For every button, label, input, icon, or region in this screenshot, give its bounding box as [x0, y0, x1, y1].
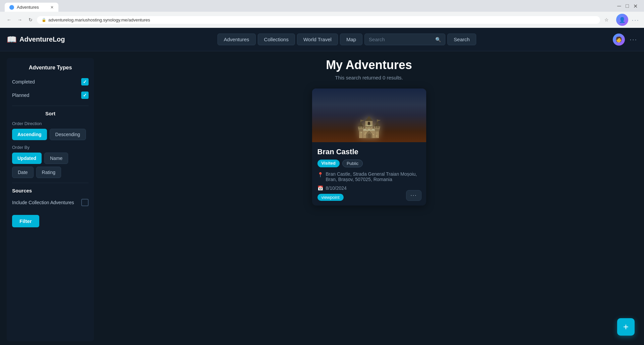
forward-button[interactable]: → [15, 15, 24, 24]
minimize-button[interactable]: ─ [616, 3, 623, 9]
card-more-button[interactable]: ··· [406, 190, 421, 201]
tag-visited: Visited [317, 160, 340, 167]
browser-profile-avatar[interactable]: 👤 [616, 14, 628, 26]
sidebar: Adventure Types Completed Planned Sort O… [7, 58, 94, 341]
sources-title: Sources [12, 188, 89, 193]
order-by-rating-button[interactable]: Rating [36, 167, 61, 178]
nav-map[interactable]: Map [340, 34, 362, 45]
include-collection-checkbox[interactable] [81, 199, 89, 206]
search-icon: 🔍 [435, 37, 441, 42]
card-date: 📅 8/10/2024 [317, 185, 421, 191]
nav-world-travel[interactable]: World Travel [297, 34, 338, 45]
header-more-button[interactable]: ··· [630, 36, 637, 43]
order-descending-button[interactable]: Descending [50, 129, 86, 140]
search-result-info: This search returned 0 results. [335, 75, 403, 80]
order-by-name-button[interactable]: Name [44, 153, 68, 164]
card-tags: Visited Public [317, 160, 421, 167]
search-input[interactable] [369, 37, 433, 42]
window-controls[interactable]: ─ □ ✕ [616, 3, 639, 9]
filter-completed: Completed [12, 76, 89, 88]
tab-close-icon[interactable]: ✕ [50, 5, 54, 10]
logo-text: AdventureLog [19, 36, 65, 43]
header-right: 🧑 ··· [613, 34, 637, 46]
order-direction-label: Order Direction [12, 121, 89, 126]
profile-area: 👤 ··· [616, 14, 639, 26]
order-ascending-button[interactable]: Ascending [12, 129, 47, 140]
logo[interactable]: 📖 AdventureLog [7, 35, 81, 44]
main-nav: Adventures Collections World Travel Map … [81, 34, 613, 45]
card-title: Bran Castle [317, 148, 421, 156]
sort-title: Sort [12, 111, 89, 116]
card-location-text: Bran Castle, Strada General Traian Moșoi… [326, 171, 421, 182]
browser-toolbar: ← → ↻ 🔒 adventurelog.mariushosting.synol… [0, 12, 644, 28]
refresh-button[interactable]: ↻ [26, 15, 35, 24]
address-bar[interactable]: 🔒 adventurelog.mariushosting.synology.me… [37, 16, 600, 24]
order-by-label: Order By [12, 145, 89, 150]
main-content: Adventure Types Completed Planned Sort O… [0, 51, 644, 345]
filter-button[interactable]: Filter [12, 215, 39, 227]
lock-icon: 🔒 [42, 18, 46, 22]
filter-completed-label: Completed [12, 79, 35, 84]
filter-completed-checkbox[interactable] [81, 78, 89, 85]
page-title: My Adventures [326, 58, 412, 72]
user-avatar[interactable]: 🧑 [613, 34, 625, 46]
close-button[interactable]: ✕ [632, 3, 639, 9]
add-adventure-fab[interactable]: + [617, 318, 635, 336]
browser-tab[interactable]: Adventures ✕ [5, 3, 58, 12]
divider-2 [12, 183, 89, 183]
browser-chrome: ─ □ ✕ Adventures ✕ ← → ↻ 🔒 adventurelog.… [0, 0, 644, 28]
address-text: adventurelog.mariushosting.synology.me/a… [48, 17, 150, 22]
location-icon: 📍 [317, 172, 323, 177]
order-by-date-button[interactable]: Date [12, 167, 34, 178]
nav-collections[interactable]: Collections [258, 34, 295, 45]
app-container: 📖 AdventureLog Adventures Collections Wo… [0, 28, 644, 345]
logo-emoji: 📖 [7, 35, 17, 44]
browser-more-button[interactable]: ··· [632, 16, 639, 24]
content-area: My Adventures This search returned 0 res… [101, 58, 637, 341]
filter-planned-label: Planned [12, 93, 29, 98]
tag-public: Public [342, 160, 363, 167]
order-by-group: Updated Name Date Rating [12, 153, 89, 178]
tag-viewpoint: viewpoint [317, 194, 344, 201]
search-submit-button[interactable]: Search [447, 34, 476, 45]
order-direction-group: Ascending Descending [12, 129, 89, 140]
filter-planned: Planned [12, 90, 89, 101]
search-bar[interactable]: 🔍 [364, 34, 445, 45]
tab-title: Adventures [17, 5, 39, 10]
filter-planned-checkbox[interactable] [81, 92, 89, 99]
card-date-text: 8/10/2024 [326, 185, 347, 191]
card-image [312, 89, 426, 142]
card-location: 📍 Bran Castle, Strada General Traian Moș… [317, 171, 421, 182]
include-collection-item: Include Collection Adventures [12, 197, 89, 208]
maximize-button[interactable]: □ [624, 3, 631, 9]
bookmark-button[interactable]: ☆ [602, 15, 611, 24]
calendar-icon: 📅 [317, 185, 323, 191]
card-image-bg [312, 89, 426, 142]
adventure-types-title: Adventure Types [12, 65, 89, 71]
app-header: 📖 AdventureLog Adventures Collections Wo… [0, 28, 644, 51]
order-by-updated-button[interactable]: Updated [12, 153, 42, 164]
divider-1 [12, 106, 89, 106]
include-collection-label: Include Collection Adventures [12, 200, 74, 205]
nav-adventures[interactable]: Adventures [217, 34, 256, 45]
tab-favicon [9, 5, 14, 10]
adventure-card: Bran Castle Visited Public 📍 Bran Castle… [312, 89, 426, 206]
back-button[interactable]: ← [5, 15, 13, 24]
